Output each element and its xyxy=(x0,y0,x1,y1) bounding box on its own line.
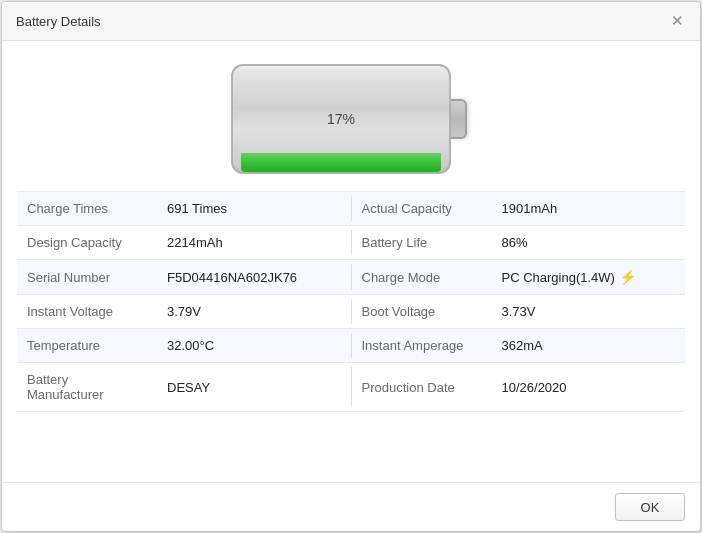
value-serial-number: F5D04416NA602JK76 xyxy=(157,261,351,294)
table-row: Instant Voltage 3.79V Boot Voltage 3.73V xyxy=(17,295,685,329)
row-right: Boot Voltage 3.73V xyxy=(352,295,686,328)
value-battery-manufacturer: DESAY xyxy=(157,371,351,404)
battery-container: 17% xyxy=(231,61,471,176)
row-left: Charge Times 691 Times xyxy=(17,192,351,225)
label-battery-life: Battery Life xyxy=(352,226,492,259)
value-boot-voltage: 3.73V xyxy=(492,295,686,328)
table-row: Serial Number F5D04416NA602JK76 Charge M… xyxy=(17,260,685,295)
lightning-icon: ⚡ xyxy=(619,269,636,285)
battery-percentage: 17% xyxy=(327,111,355,127)
row-right: Actual Capacity 1901mAh xyxy=(352,192,686,225)
table-row: Temperature 32.00°C Instant Amperage 362… xyxy=(17,329,685,363)
label-actual-capacity: Actual Capacity xyxy=(352,192,492,225)
label-charge-mode: Charge Mode xyxy=(352,261,492,294)
row-left: Design Capacity 2214mAh xyxy=(17,226,351,259)
label-boot-voltage: Boot Voltage xyxy=(352,295,492,328)
label-instant-amperage: Instant Amperage xyxy=(352,329,492,362)
title-bar: Battery Details ✕ xyxy=(2,2,700,41)
battery-fill xyxy=(241,153,441,171)
row-right: Charge Mode PC Charging(1.4W) ⚡ xyxy=(352,260,686,294)
label-battery-manufacturer: Battery Manufacturer xyxy=(17,363,157,411)
label-instant-voltage: Instant Voltage xyxy=(17,295,157,328)
value-instant-amperage: 362mA xyxy=(492,329,686,362)
battery-body: 17% xyxy=(231,64,451,174)
value-design-capacity: 2214mAh xyxy=(157,226,351,259)
table-row: Charge Times 691 Times Actual Capacity 1… xyxy=(17,191,685,226)
battery-details-dialog: Battery Details ✕ 17% Charge Times 691 T… xyxy=(1,1,701,532)
dialog-title: Battery Details xyxy=(16,14,101,29)
ok-button[interactable]: OK xyxy=(615,493,685,521)
table-row: Design Capacity 2214mAh Battery Life 86% xyxy=(17,226,685,260)
row-left: Battery Manufacturer DESAY xyxy=(17,363,351,411)
row-left: Instant Voltage 3.79V xyxy=(17,295,351,328)
value-charge-mode: PC Charging(1.4W) ⚡ xyxy=(492,260,686,294)
battery-terminal xyxy=(449,99,467,139)
label-production-date: Production Date xyxy=(352,371,492,404)
battery-visual-section: 17% xyxy=(2,41,700,191)
value-instant-voltage: 3.79V xyxy=(157,295,351,328)
label-charge-times: Charge Times xyxy=(17,192,157,225)
close-button[interactable]: ✕ xyxy=(668,12,686,30)
dialog-footer: OK xyxy=(2,482,700,531)
table-row: Battery Manufacturer DESAY Production Da… xyxy=(17,363,685,412)
label-temperature: Temperature xyxy=(17,329,157,362)
label-serial-number: Serial Number xyxy=(17,261,157,294)
row-right: Production Date 10/26/2020 xyxy=(352,363,686,411)
value-production-date: 10/26/2020 xyxy=(492,371,686,404)
row-left: Serial Number F5D04416NA602JK76 xyxy=(17,260,351,294)
value-battery-life: 86% xyxy=(492,226,686,259)
row-right: Battery Life 86% xyxy=(352,226,686,259)
label-design-capacity: Design Capacity xyxy=(17,226,157,259)
value-actual-capacity: 1901mAh xyxy=(492,192,686,225)
row-left: Temperature 32.00°C xyxy=(17,329,351,362)
info-table: Charge Times 691 Times Actual Capacity 1… xyxy=(2,191,700,482)
value-charge-times: 691 Times xyxy=(157,192,351,225)
value-temperature: 32.00°C xyxy=(157,329,351,362)
row-right: Instant Amperage 362mA xyxy=(352,329,686,362)
